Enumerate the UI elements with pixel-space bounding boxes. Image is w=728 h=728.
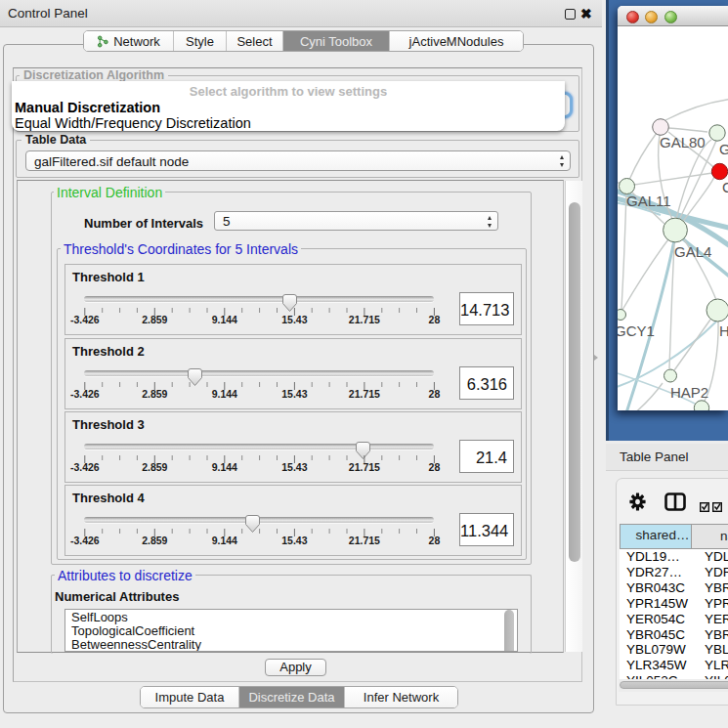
svg-text:C: C	[722, 179, 728, 195]
svg-text:HAP2: HAP2	[670, 384, 708, 401]
svg-text:GCY1: GCY1	[618, 322, 655, 339]
svg-text:H: H	[719, 322, 728, 339]
svg-text:G.: G.	[719, 141, 728, 157]
svg-text:GAL4: GAL4	[674, 243, 711, 260]
svg-text:GAL80: GAL80	[660, 134, 706, 150]
svg-text:GAL11: GAL11	[626, 193, 671, 209]
